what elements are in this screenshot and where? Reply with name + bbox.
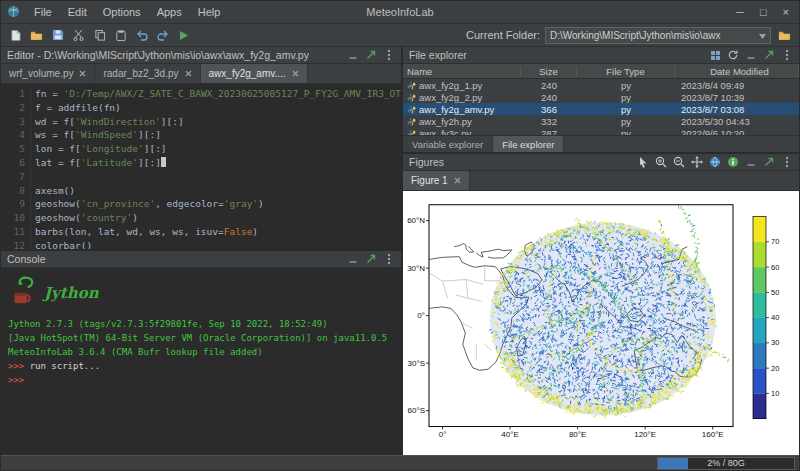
console-lines: Jython 2.7.3 (tags/v2.7.3:5f29801fe, Sep… (8, 317, 394, 387)
run-script-icon[interactable] (175, 27, 192, 44)
cut-icon[interactable] (70, 27, 87, 44)
code-line-2[interactable]: f = addfile(fn) (35, 101, 401, 115)
minimize-window-icon[interactable]: ─ (736, 7, 744, 18)
svg-text:20: 20 (771, 364, 779, 373)
titlebar: FileEditOptionsAppsHelp MeteoInfoLab ─ □… (1, 1, 799, 24)
current-folder-combobox[interactable]: D:\Working\MIScript\Jython\mis\io\awx (545, 27, 771, 44)
window-controls: ─ □ × (736, 7, 793, 18)
file-row-awx_fy2g_1.py[interactable]: awx_fy2g_1.py240py2023/8/4 09:49 (403, 79, 799, 91)
menu-dots-icon[interactable] (383, 253, 395, 265)
explorer-tab-variable-explorer[interactable]: Variable explorer (403, 136, 493, 152)
code-line-11[interactable]: barbs(lon, lat, wd, ws, ws, isuv=False) (35, 225, 401, 239)
editor-tab-radar-bz2-3d-py[interactable]: radar_bz2_3d.py (95, 64, 200, 83)
console-prompt-line[interactable]: >>> run script... (8, 359, 394, 373)
grid-icon[interactable] (709, 49, 721, 61)
file-name: awx_fy2g_1.py (419, 80, 482, 91)
copy-icon[interactable] (91, 27, 108, 44)
code-line-10[interactable]: geoshow('country') (35, 211, 401, 225)
code-line-8[interactable]: axesm() (35, 184, 401, 198)
figure-tab-1[interactable]: Figure 1 (403, 171, 470, 190)
open-file-icon[interactable] (28, 27, 45, 44)
minimize-icon[interactable] (347, 49, 359, 61)
column-header-name[interactable]: Name (403, 66, 521, 77)
statusbar: 2% / 80G (1, 455, 799, 470)
zoom-in-icon[interactable] (655, 156, 667, 168)
menu-dots-icon[interactable] (781, 156, 793, 168)
minimize-icon[interactable] (745, 156, 757, 168)
code-lines[interactable]: fn = 'D:/Temp/AWX/Z_SATE_C_BAWX_20230625… (31, 84, 401, 249)
file-name: awx_fy2g_2.py (419, 92, 482, 103)
editor-tab-awx-fy2g-amv[interactable]: awx_fy2g_amv.... (201, 64, 308, 83)
svg-text:120°E: 120°E (634, 430, 656, 439)
column-header-file-type[interactable]: File Type (577, 66, 675, 77)
close-tab-icon[interactable] (292, 68, 299, 79)
code-line-7[interactable] (35, 170, 401, 184)
close-window-icon[interactable]: × (783, 7, 789, 18)
close-tab-icon[interactable] (185, 68, 192, 79)
code-line-3[interactable]: wd = f['WindDirection'][:] (35, 115, 401, 129)
undo-icon[interactable] (133, 27, 150, 44)
text-cursor (161, 157, 166, 167)
console-output[interactable]: Jython Jython 2.7.3 (tags/v2.7.3:5f29801… (1, 268, 401, 455)
code-line-1[interactable]: fn = 'D:/Temp/AWX/Z_SATE_C_BAWX_20230625… (35, 87, 401, 101)
file-name: awx_fy2g_amv.py (419, 104, 494, 115)
zoom-out-icon[interactable] (673, 156, 685, 168)
close-tab-icon[interactable] (79, 68, 86, 79)
menu-apps[interactable]: Apps (150, 5, 189, 19)
console-prompt-line[interactable]: >>> (8, 373, 394, 387)
menu-dots-icon[interactable] (781, 49, 793, 61)
browse-folder-icon[interactable] (776, 27, 793, 44)
save-icon[interactable] (49, 27, 66, 44)
right-column: File explorer NameSizeFile TypeDate Modi… (403, 47, 799, 455)
maximize-window-icon[interactable]: □ (760, 7, 767, 18)
figures-header-icons (637, 156, 793, 168)
menu-help[interactable]: Help (191, 5, 228, 19)
file-row-awx_fy3c.py[interactable]: awx_fy3c.py287py2022/9/6 10:20 (403, 127, 799, 135)
pan-icon[interactable] (691, 156, 703, 168)
menu-dots-icon[interactable] (383, 49, 395, 61)
figure-tab-label: Figure 1 (411, 175, 448, 186)
dropdown-arrow-icon[interactable] (759, 30, 766, 41)
code-editor[interactable]: 123456789101112 fn = 'D:/Temp/AWX/Z_SATE… (1, 84, 401, 249)
file-size: 240 (521, 92, 577, 103)
menu-edit[interactable]: Edit (61, 5, 94, 19)
toolbar-icons (7, 27, 192, 44)
code-line-5[interactable]: lon = f['Longitude'][:] (35, 142, 401, 156)
code-line-4[interactable]: ws = f['WindSpeed'][:] (35, 128, 401, 142)
float-icon[interactable] (763, 49, 775, 61)
code-line-12[interactable]: colorbar() (35, 239, 401, 249)
file-type: py (577, 104, 675, 115)
float-icon[interactable] (365, 49, 377, 61)
float-icon[interactable] (365, 253, 377, 265)
new-file-icon[interactable] (7, 27, 24, 44)
console-panel: Console Jython Jython 2.7.3 (tags/v2.7.3… (1, 251, 401, 455)
column-header-date-modified[interactable]: Date Modified (675, 66, 799, 77)
minimize-icon[interactable] (745, 49, 757, 61)
file-row-awx_fy2g_2.py[interactable]: awx_fy2g_2.py240py2023/8/7 10:39 (403, 91, 799, 103)
identify-icon[interactable] (727, 156, 739, 168)
menu-file[interactable]: File (27, 5, 59, 19)
redo-icon[interactable] (154, 27, 171, 44)
minimize-icon[interactable] (347, 253, 359, 265)
float-icon[interactable] (763, 156, 775, 168)
code-line-9[interactable]: geoshow('cn_province', edgecolor='gray') (35, 197, 401, 211)
file-row-awx_fy2h.py[interactable]: awx_fy2h.py332py2023/5/30 04:43 (403, 115, 799, 127)
close-figure-tab-icon[interactable] (454, 175, 461, 186)
editor-tab-wrf-volume-py[interactable]: wrf_volume.py (1, 64, 95, 83)
file-row-awx_fy2g_amv.py[interactable]: awx_fy2g_amv.py366py2023/8/7 03:08 (403, 103, 799, 115)
file-explorer-title: File explorer (409, 49, 467, 61)
file-table-header: NameSizeFile TypeDate Modified (403, 64, 799, 79)
map-plot[interactable]: 0°40°E80°E120°E160°E60°N30°N0°30°S60°S10… (403, 191, 799, 455)
paste-icon[interactable] (112, 27, 129, 44)
svg-text:60°S: 60°S (408, 406, 425, 415)
svg-text:30°N: 30°N (407, 264, 425, 273)
menu-options[interactable]: Options (96, 5, 148, 19)
refresh-icon[interactable] (727, 49, 739, 61)
cursor-icon[interactable] (637, 156, 649, 168)
column-header-size[interactable]: Size (521, 66, 577, 77)
explorer-tab-file-explorer[interactable]: File explorer (493, 136, 564, 152)
globe-icon[interactable] (709, 156, 721, 168)
svg-text:40°E: 40°E (501, 430, 518, 439)
figure-canvas[interactable]: 0°40°E80°E120°E160°E60°N30°N0°30°S60°S10… (403, 191, 799, 455)
code-line-6[interactable]: lat = f['Latitude'][:] (35, 156, 401, 170)
